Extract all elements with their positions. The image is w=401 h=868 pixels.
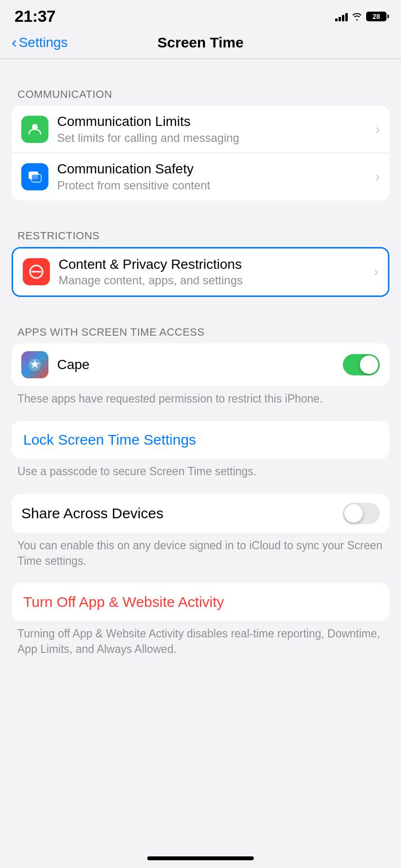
chevron-right-icon: › [374, 264, 378, 279]
apps-card: Cape [12, 343, 389, 386]
chevron-right-icon: › [375, 122, 380, 137]
lock-screen-time-card[interactable]: Lock Screen Time Settings [12, 421, 389, 459]
back-label: Settings [19, 35, 68, 50]
content-restrictions-title: Content & Privacy Restrictions [59, 256, 369, 273]
communication-safety-icon [21, 163, 48, 190]
turn-off-card[interactable]: Turn Off App & Website Activity [12, 583, 389, 621]
lock-screen-time-description: Use a passcode to secure Screen Time set… [0, 459, 401, 489]
home-indicator [147, 856, 254, 860]
status-time: 21:37 [15, 7, 55, 26]
wifi-icon [352, 12, 362, 21]
apps-header: APPS WITH SCREEN TIME ACCESS [0, 314, 401, 343]
communication-section: COMMUNICATION Communication Limits Set l… [0, 59, 401, 201]
back-button[interactable]: ‹ Settings [12, 34, 68, 51]
apps-description: These apps have requested permission to … [0, 386, 401, 416]
share-across-devices-description: You can enable this on any device signed… [0, 533, 401, 578]
share-across-devices-card: Share Across Devices [12, 494, 389, 533]
toggle-thumb [344, 504, 363, 523]
share-across-devices-toggle[interactable] [343, 503, 380, 524]
restrictions-section: RESTRICTIONS Content & Privacy Restricti… [0, 201, 401, 297]
nav-bar: ‹ Settings Screen Time [0, 30, 401, 59]
share-across-devices-label: Share Across Devices [21, 505, 163, 522]
cape-text: Cape [57, 356, 343, 373]
apps-section: APPS WITH SCREEN TIME ACCESS Cape Thes [0, 297, 401, 416]
content-restrictions-subtitle: Manage content, apps, and settings [59, 274, 369, 288]
content-restrictions-item[interactable]: Content & Privacy Restrictions Manage co… [13, 248, 388, 295]
cape-item[interactable]: Cape [12, 343, 389, 386]
content-restrictions-text: Content & Privacy Restrictions Manage co… [59, 256, 369, 288]
chevron-right-icon: › [375, 169, 380, 185]
lock-screen-time-label: Lock Screen Time Settings [23, 432, 378, 448]
communication-limits-subtitle: Set limits for calling and messaging [57, 131, 370, 145]
restrictions-header: RESTRICTIONS [0, 218, 401, 247]
chevron-left-icon: ‹ [12, 33, 17, 51]
cape-toggle[interactable] [343, 354, 380, 375]
communication-card: Communication Limits Set limits for call… [12, 106, 389, 201]
status-icons: 28 [335, 12, 386, 21]
share-across-devices-row: Share Across Devices [21, 494, 380, 533]
communication-safety-subtitle: Protect from sensitive content [57, 179, 370, 193]
content-restrictions-icon [23, 258, 50, 285]
cape-icon [21, 351, 48, 378]
turn-off-description: Turning off App & Website Activity disab… [0, 621, 401, 666]
communication-safety-text: Communication Safety Protect from sensit… [57, 161, 370, 192]
communication-limits-text: Communication Limits Set limits for call… [57, 113, 370, 145]
communication-header: COMMUNICATION [0, 77, 401, 106]
share-section: Share Across Devices You can enable this… [0, 489, 401, 578]
communication-limits-item[interactable]: Communication Limits Set limits for call… [12, 106, 389, 153]
communication-limits-title: Communication Limits [57, 113, 370, 130]
page-title: Screen Time [157, 34, 244, 51]
lock-section: Lock Screen Time Settings Use a passcode… [0, 416, 401, 489]
turn-off-label: Turn Off App & Website Activity [23, 594, 378, 610]
communication-safety-item[interactable]: Communication Safety Protect from sensit… [12, 153, 389, 200]
svg-rect-2 [31, 174, 41, 182]
communication-safety-title: Communication Safety [57, 161, 370, 177]
cape-title: Cape [57, 356, 343, 373]
signal-icon [335, 12, 348, 21]
status-bar: 21:37 28 [0, 0, 401, 30]
main-content: COMMUNICATION Communication Limits Set l… [0, 59, 401, 686]
turn-off-section: Turn Off App & Website Activity Turning … [0, 578, 401, 666]
communication-limits-icon [21, 116, 48, 143]
battery-icon: 28 [366, 12, 386, 21]
content-restrictions-card[interactable]: Content & Privacy Restrictions Manage co… [12, 247, 389, 297]
toggle-thumb [360, 356, 378, 374]
